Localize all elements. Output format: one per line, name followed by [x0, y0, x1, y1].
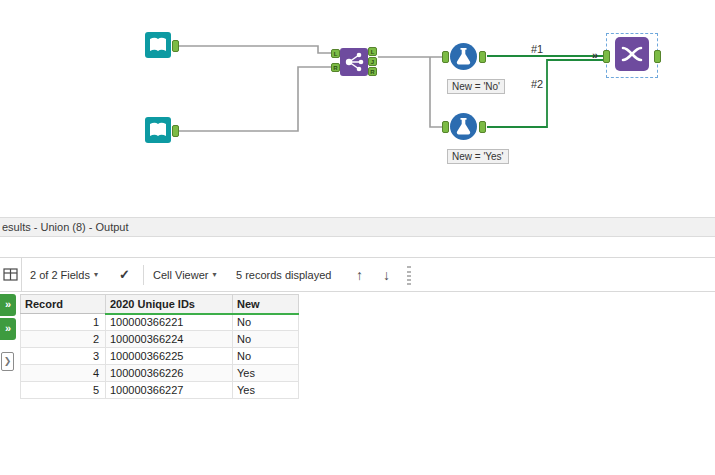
- input-data-icon: [145, 117, 171, 143]
- join-output-anchor-R[interactable]: R: [368, 67, 377, 76]
- table-cell[interactable]: Yes: [233, 365, 299, 382]
- formula-tool-1[interactable]: [450, 43, 477, 72]
- join-output-anchor-J[interactable]: J: [368, 57, 377, 66]
- chevron-down-icon: ▾: [212, 270, 216, 279]
- input-data-tool-1[interactable]: [145, 32, 171, 60]
- double-chevron-icon: »: [5, 298, 11, 310]
- table-cell[interactable]: Yes: [233, 382, 299, 399]
- chevron-down-icon: ▾: [94, 270, 98, 279]
- column-header-record[interactable]: Record: [21, 295, 106, 314]
- table-cell[interactable]: No: [233, 348, 299, 365]
- table-cell[interactable]: 100000366226: [106, 365, 233, 382]
- table-row[interactable]: 4100000366226Yes: [21, 365, 299, 382]
- check-icon: ✓: [119, 267, 130, 282]
- column-header-ids[interactable]: 2020 Unique IDs: [106, 295, 233, 314]
- arrow-up-icon: ↑: [356, 267, 363, 283]
- output-anchor-button-1[interactable]: »: [0, 294, 16, 316]
- union-input-anchor[interactable]: [603, 50, 610, 63]
- table-cell[interactable]: 1: [21, 314, 106, 331]
- table-cell[interactable]: 5: [21, 382, 106, 399]
- table-cell[interactable]: 100000366224: [106, 331, 233, 348]
- results-table-body: 1100000366221No2100000366224No3100000366…: [21, 314, 299, 399]
- table-view-button[interactable]: [0, 258, 22, 291]
- connection-label-1: #1: [531, 43, 543, 55]
- formula-tool-2[interactable]: [450, 113, 477, 142]
- connection-join-formula2[interactable]: [430, 57, 442, 127]
- table-cell[interactable]: 100000366221: [106, 314, 233, 331]
- formula2-input-anchor[interactable]: [442, 121, 449, 133]
- fields-dropdown[interactable]: 2 of 2 Fields ▾: [30, 258, 98, 291]
- table-row[interactable]: 3100000366225No: [21, 348, 299, 365]
- workflow-canvas[interactable]: L R L J R New = 'No' New = 'Yes' #1 #2: [0, 0, 715, 215]
- table-grid-icon: [3, 267, 18, 282]
- double-chevron-icon: »: [5, 322, 11, 334]
- cell-viewer-label: Cell Viewer: [153, 269, 208, 281]
- anchor-outline-button[interactable]: ❯: [1, 352, 14, 371]
- table-row[interactable]: 2100000366224No: [21, 331, 299, 348]
- fields-dropdown-label: 2 of 2 Fields: [30, 269, 90, 281]
- input-data-icon: [145, 32, 171, 58]
- union-icon: [615, 37, 649, 71]
- records-displayed-label: 5 records displayed: [236, 269, 331, 281]
- scroll-up-button[interactable]: ↑: [356, 258, 363, 291]
- join-input-anchor-L[interactable]: L: [331, 49, 340, 58]
- formula2-output-anchor[interactable]: [479, 121, 486, 133]
- output-anchor-button-2[interactable]: »: [0, 318, 16, 340]
- formula1-input-anchor[interactable]: [442, 51, 449, 63]
- table-row[interactable]: 5100000366227Yes: [21, 382, 299, 399]
- join-input-anchor-R[interactable]: R: [331, 63, 340, 72]
- column-header-new[interactable]: New: [233, 295, 299, 314]
- results-table: Record 2020 Unique IDs New 1100000366221…: [20, 294, 299, 399]
- records-displayed-text: 5 records displayed: [236, 258, 331, 291]
- join-tool[interactable]: [340, 48, 368, 78]
- formula2-annotation[interactable]: New = 'Yes': [447, 149, 509, 164]
- app-window: L R L J R New = 'No' New = 'Yes' #1 #2: [0, 0, 715, 475]
- results-grid: Record 2020 Unique IDs New 1100000366221…: [20, 294, 299, 399]
- scroll-down-button[interactable]: ↓: [383, 258, 390, 291]
- union-tool[interactable]: [615, 37, 649, 73]
- input2-output-anchor[interactable]: [172, 125, 179, 137]
- table-cell[interactable]: 3: [21, 348, 106, 365]
- formula-icon: [450, 43, 477, 70]
- table-cell[interactable]: 100000366225: [106, 348, 233, 365]
- results-title-bar[interactable]: esults - Union (8) - Output: [0, 217, 715, 237]
- results-toolbar: 2 of 2 Fields ▾ ✓ Cell Viewer ▾ 5 record…: [0, 257, 715, 292]
- table-cell[interactable]: 100000366227: [106, 382, 233, 399]
- union-output-anchor[interactable]: [654, 50, 661, 63]
- chevron-right-icon: ❯: [4, 356, 12, 366]
- toolbar-grip[interactable]: [407, 266, 411, 285]
- input-data-tool-2[interactable]: [145, 117, 171, 145]
- connection-input1-join[interactable]: [179, 46, 331, 53]
- formula1-annotation[interactable]: New = 'No': [447, 79, 505, 94]
- formula-icon: [450, 113, 477, 140]
- connection-input2-join[interactable]: [179, 67, 331, 131]
- arrow-down-icon: ↓: [383, 267, 390, 283]
- table-header-row: Record 2020 Unique IDs New: [21, 295, 299, 314]
- formula1-output-anchor[interactable]: [479, 51, 486, 63]
- table-cell[interactable]: 2: [21, 331, 106, 348]
- toolbar-separator: [143, 265, 144, 285]
- results-panel-title: esults - Union (8) - Output: [2, 221, 129, 233]
- connection-label-2: #2: [531, 78, 543, 90]
- input1-output-anchor[interactable]: [172, 40, 179, 52]
- table-cell[interactable]: No: [233, 331, 299, 348]
- table-row[interactable]: 1100000366221No: [21, 314, 299, 331]
- apply-check-button[interactable]: ✓: [119, 258, 130, 291]
- table-cell[interactable]: No: [233, 314, 299, 331]
- wire-arrowheads-icon: »: [592, 50, 598, 61]
- join-output-anchor-L[interactable]: L: [368, 47, 377, 56]
- cell-viewer-dropdown[interactable]: Cell Viewer ▾: [153, 258, 216, 291]
- table-cell[interactable]: 4: [21, 365, 106, 382]
- join-icon: [340, 48, 368, 76]
